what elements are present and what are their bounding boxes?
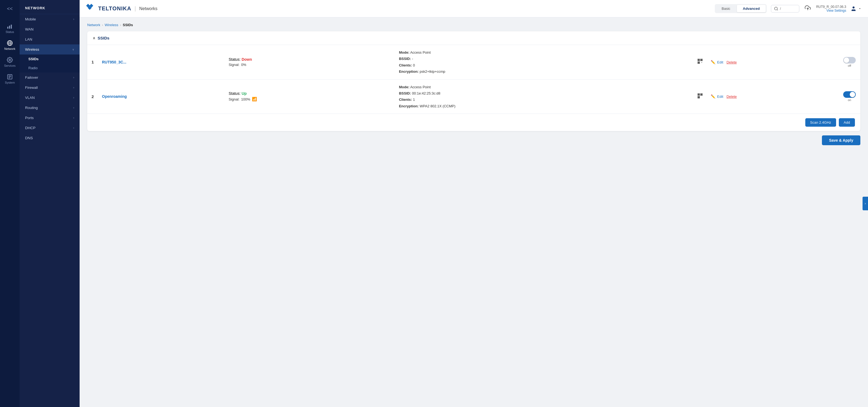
ssid-info-cell-2: Mode: Access Point BSSID: 00:1e:42:25:3c… [395,79,693,113]
scan-2ghz-button[interactable]: Scan 2.4GHz [805,118,836,127]
chevron-down-icon: ∨ [72,48,74,51]
user-icon [850,6,857,12]
sidebar-item-wan-label: WAN [25,27,34,31]
sidebar-item-services[interactable]: Services [0,54,20,71]
wifi-icon-2: 📶 [252,97,257,102]
submenu-item-radio[interactable]: Radio [20,64,80,72]
mode-tab-switcher: Basic Advanced [715,4,767,13]
add-ssid-button[interactable]: Add [839,118,855,127]
sidebar-item-ports-label: Ports [25,116,34,120]
collapse-sidebar-button[interactable]: << [4,3,15,14]
sidebar-item-failover[interactable]: Failover › [20,72,80,82]
sidebar-item-system[interactable]: System [0,71,20,88]
status-value-1: Down [242,57,252,62]
breadcrumb-current: SSIDs [123,23,133,27]
chevron-right-icon-vlan: › [73,96,74,99]
submenu-item-ssids[interactable]: SSIDs [20,55,80,64]
sidebar-title: NETWORK [20,0,80,14]
right-collapse-tab[interactable]: › [863,197,868,210]
main-area: TELTONIKA | Networks Basic Advanced RUT9… [80,0,868,407]
svg-point-17 [852,6,855,8]
svg-rect-23 [698,62,699,63]
svg-point-6 [9,59,11,61]
svg-rect-35 [698,97,699,98]
chevron-right-icon-failover: › [73,76,74,79]
toggle-label-2: on [848,98,851,102]
sidebar-item-wireless[interactable]: Wireless ∨ [20,44,80,55]
ssids-card: ∧ SSIDs 1 RUT950_3C... Status: [87,31,860,131]
edit-button-1[interactable]: Edit [717,60,723,64]
collapse-ssids-button[interactable]: ∧ [93,36,95,40]
breadcrumb-wireless[interactable]: Wireless [105,23,118,27]
ssid-qr-cell-1[interactable] [693,45,707,79]
sidebar-item-network[interactable]: Network [0,37,20,54]
svg-rect-21 [698,60,699,61]
toggle-switch-2[interactable] [843,91,856,98]
tab-advanced[interactable]: Advanced [737,5,766,12]
wireless-submenu: SSIDs Radio [20,55,80,72]
sidebar-item-failover-label: Failover [25,75,38,79]
upload-icon[interactable] [804,4,812,13]
sidebar-item-firewall-label: Firewall [25,86,38,90]
table-row: 1 RUT950_3C... Status: Down Signal: 0% [87,45,860,79]
ssid-mode-2: Mode: Access Point [399,84,689,90]
ssid-status-row-1: Status: Down [229,57,392,62]
ssid-number-2: 2 [87,79,98,113]
ssid-clients-2: Clients: 1 [399,96,689,103]
ssid-mode-1: Mode: Access Point [399,49,689,56]
breadcrumb-sep-1: › [102,23,103,27]
sidebar-item-wan[interactable]: WAN [20,24,80,34]
chevron-right-icon-firewall: › [73,86,74,89]
save-apply-button[interactable]: Save & Apply [822,135,860,145]
ssid-status-cell-1: Status: Down Signal: 0% [225,45,395,79]
search-area[interactable] [771,5,799,12]
view-settings-link[interactable]: View Settings [816,9,846,12]
toggle-switch-1[interactable] [843,57,856,64]
svg-rect-33 [698,94,699,95]
sidebar-item-mobile-label: Mobile [25,17,36,21]
tab-basic[interactable]: Basic [716,5,736,12]
firmware-version-text: RUT9_R_00.07.06.3 [816,5,846,9]
signal-label-1: Signal: [229,63,240,67]
logo-brand-text: TELTONIKA [98,5,131,12]
status-value-2: Up [242,91,247,96]
sidebar-item-firewall[interactable]: Firewall › [20,82,80,93]
ssid-name-link-1[interactable]: RUT950_3C... [102,60,126,64]
qr-icon-2[interactable] [697,94,703,100]
ssid-name-link-2[interactable]: Openroaming [102,94,127,99]
table-row: 2 Openroaming Status: Up Signal: 100% [87,79,860,113]
logo-divider: | [135,5,136,12]
content-area: Network › Wireless › SSIDs ∧ SSIDs 1 RUT… [80,18,868,407]
sidebar-item-dhcp[interactable]: DHCP › [20,123,80,133]
topbar: TELTONIKA | Networks Basic Advanced RUT9… [80,0,868,18]
edit-button-2[interactable]: Edit [717,95,723,99]
ssids-card-title: SSIDs [98,36,109,40]
user-area[interactable] [850,6,862,12]
delete-button-2[interactable]: Delete [726,95,737,99]
svg-point-14 [774,7,777,10]
chevron-right-icon-routing: › [73,106,74,109]
teltonika-logo-icon [86,4,96,13]
search-input[interactable] [780,6,796,11]
sidebar-item-status[interactable]: Status [0,20,20,37]
breadcrumb-network[interactable]: Network [87,23,100,27]
sidebar-item-ports[interactable]: Ports › [20,113,80,123]
edit-pencil-icon-1: ✏️ [711,60,715,64]
sidebar-item-vlan-label: VLAN [25,96,35,100]
sidebar-item-wireless-label: Wireless [25,47,39,52]
icon-bar: << Status Network Services System [0,0,20,407]
ssid-bssid-2: BSSID: 00:1e:42:25:3c:d8 [399,90,689,96]
qr-icon-1[interactable] [697,59,703,65]
sidebar-item-dhcp-label: DHCP [25,126,35,130]
sidebar-item-mobile[interactable]: Mobile › [20,14,80,24]
ssid-qr-cell-2[interactable] [693,79,707,113]
breadcrumb-sep-2: › [120,23,121,27]
ssid-status-row-2: Status: Up [229,91,392,96]
sidebar-item-dns[interactable]: DNS [20,133,80,143]
sidebar-item-lan[interactable]: LAN [20,34,80,44]
chevron-down-user-icon [858,7,862,10]
sidebar-item-vlan[interactable]: VLAN › [20,93,80,103]
firmware-area[interactable]: RUT9_R_00.07.06.3 View Settings [816,5,846,12]
sidebar-item-routing[interactable]: Routing › [20,103,80,113]
delete-button-1[interactable]: Delete [726,60,737,64]
